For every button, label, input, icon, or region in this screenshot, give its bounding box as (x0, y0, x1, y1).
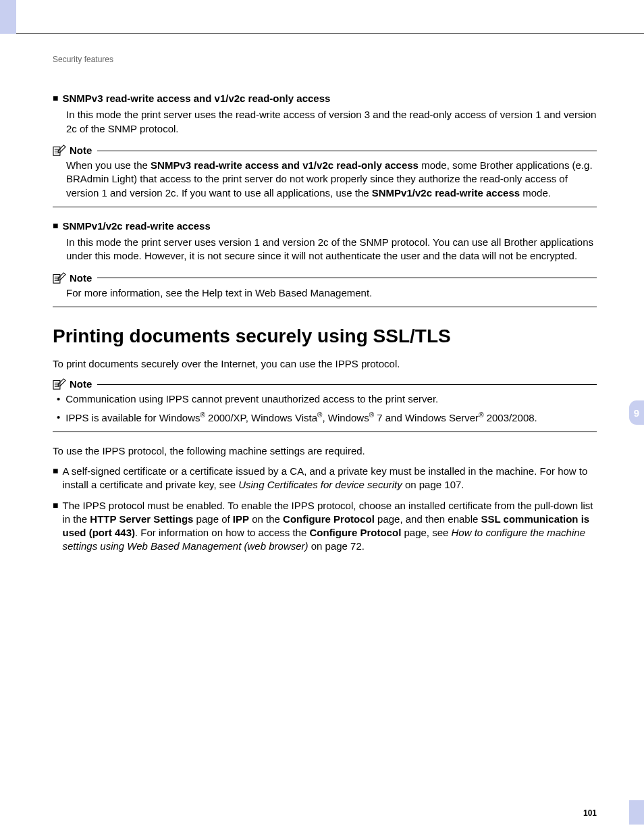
page-title: Printing documents securely using SSL/TL… (53, 323, 597, 349)
footer-accent (629, 800, 644, 825)
text: 7 and Windows Server (374, 412, 479, 423)
note-bullet-text: Communication using IPPS cannot prevent … (65, 392, 438, 406)
section-body: In this mode the print server uses versi… (66, 236, 597, 263)
note-body: When you use the SNMPv3 read-write acces… (66, 159, 597, 200)
note-pencil-icon (53, 378, 66, 390)
note-bold: SNMPv1/v2c read-write access (372, 187, 520, 199)
note-rule (97, 151, 597, 151)
breadcrumb: Security features (53, 54, 597, 65)
chapter-tab: 9 (629, 400, 644, 425)
header-bar (0, 0, 644, 34)
note-close-rule (53, 207, 597, 207)
section-body: In this mode the print server uses the r… (66, 108, 597, 136)
note-bullet-text: IPPS is available for Windows® 2000/XP, … (65, 411, 537, 425)
note-close-rule (53, 307, 597, 307)
section-title: SNMPv1/v2c read-write access (62, 219, 210, 233)
intro-text-2: To use the IPPS protocol, the following … (53, 444, 597, 458)
intro-text: To print documents securely over the Int… (53, 357, 597, 371)
text: page, and then enable (375, 513, 481, 525)
note-label: Note (70, 271, 92, 285)
note-pencil-icon (53, 145, 66, 157)
list-item: ■ The IPPS protocol must be enabled. To … (53, 499, 597, 554)
link-text[interactable]: Using Certificates for device security (238, 479, 402, 490)
square-bullet-icon: ■ (53, 499, 58, 554)
section-title: SNMPv3 read-write access and v1/v2c read… (62, 92, 330, 105)
dot-bullet-icon: • (57, 392, 60, 406)
registered-icon: ® (200, 411, 205, 419)
text: 2003/2008. (484, 412, 537, 423)
text: . For information on how to access the (135, 527, 309, 538)
note-pencil-icon (53, 272, 66, 284)
header-accent (0, 0, 16, 34)
text: on page 72. (308, 540, 365, 552)
note-rule (97, 384, 597, 385)
registered-icon: ® (369, 411, 374, 419)
list-item-text: The IPPS protocol must be enabled. To en… (62, 499, 597, 554)
bold-text: IPP (233, 513, 249, 525)
square-bullet-icon: ■ (53, 92, 58, 105)
note-body: For more information, see the Help text … (66, 286, 597, 300)
square-bullet-icon: ■ (53, 219, 58, 233)
note-bold: SNMPv3 read-write access and v1/v2c read… (151, 159, 419, 171)
registered-icon: ® (479, 411, 483, 419)
list-item: • Communication using IPPS cannot preven… (53, 392, 597, 406)
text: 2000/XP, Windows Vista (205, 412, 317, 423)
text: page, see (401, 527, 451, 538)
text: IPPS is available for Windows (65, 412, 200, 423)
note-text: When you use the (66, 159, 151, 171)
note-label: Note (70, 377, 92, 391)
note-label: Note (70, 144, 92, 157)
bold-text: Configure Protocol (283, 513, 375, 525)
note-text: mode. (520, 187, 551, 199)
bold-text: HTTP Server Settings (90, 513, 193, 525)
text: on page 107. (402, 479, 464, 490)
dot-bullet-icon: • (57, 411, 60, 425)
text: , Windows (322, 412, 369, 423)
note-close-rule (53, 432, 597, 432)
text: page of (193, 513, 232, 525)
list-item: • IPPS is available for Windows® 2000/XP… (53, 411, 597, 425)
text: on the (249, 513, 283, 525)
header-rule (16, 33, 644, 34)
note-rule (97, 278, 597, 278)
page-number: 101 (583, 808, 597, 818)
square-bullet-icon: ■ (53, 465, 58, 492)
list-item-text: A self-signed certificate or a certifica… (62, 465, 597, 492)
bold-text: Configure Protocol (309, 527, 401, 538)
list-item: ■ A self-signed certificate or a certifi… (53, 465, 597, 492)
